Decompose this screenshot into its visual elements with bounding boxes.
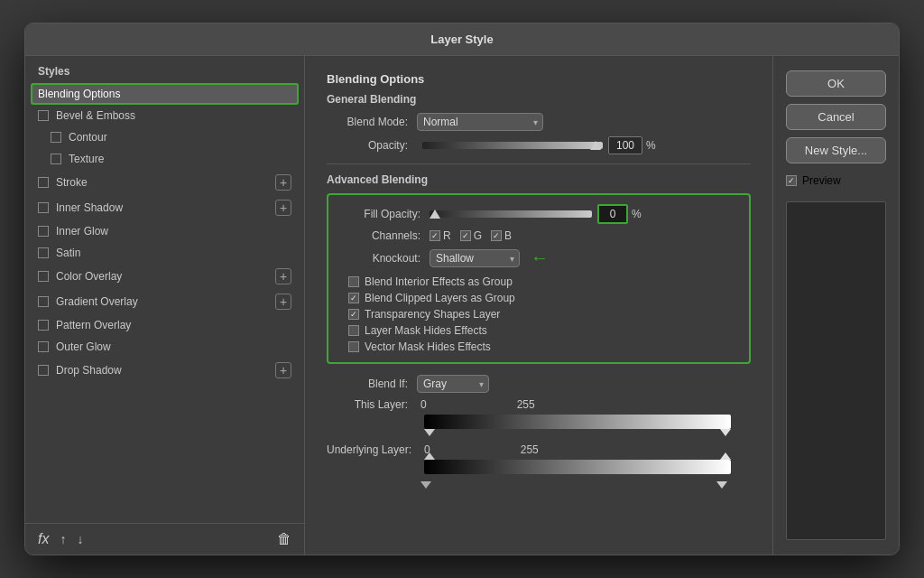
fx-button[interactable]: fx (38, 531, 49, 547)
knockout-label: Knockout: (339, 252, 420, 265)
checkbox-contour[interactable] (51, 132, 61, 143)
new-style-button[interactable]: New Style... (786, 137, 886, 163)
checkbox-blend-clipped[interactable] (348, 293, 359, 303)
opacity-row: Opacity: % (327, 136, 751, 154)
sidebar-item-inner-shadow[interactable]: Inner Shadow + (25, 195, 304, 220)
fill-opacity-slider[interactable] (430, 210, 592, 218)
this-layer-gradient[interactable] (424, 415, 731, 429)
fill-opacity-input[interactable] (597, 204, 628, 224)
underlying-layer-thumb-left[interactable] (424, 452, 435, 460)
sidebar-item-texture[interactable]: Texture (25, 148, 304, 170)
delete-button[interactable]: 🗑 (277, 531, 291, 547)
checkbox-channel-g[interactable] (460, 230, 471, 241)
underlying-layer-thumb-right[interactable] (720, 452, 731, 460)
vector-mask-label: Vector Mask Hides Effects (365, 340, 491, 353)
checkbox-color-overlay[interactable] (38, 271, 49, 282)
checkbox-pattern-overlay[interactable] (38, 320, 49, 331)
transparency-shapes-label: Transparency Shapes Layer (365, 308, 500, 321)
checkbox-preview[interactable] (786, 175, 797, 186)
section-title: Blending Options (327, 72, 751, 86)
underlying-bottom-thumb-left[interactable] (420, 481, 431, 489)
sidebar-footer: fx ↑ ↓ 🗑 (25, 523, 304, 555)
right-panel: OK Cancel New Style... Preview (772, 56, 899, 555)
underlying-bottom-thumb-right[interactable] (716, 481, 727, 489)
sidebar-item-label: Pattern Overlay (56, 319, 131, 331)
fill-slider-thumb (430, 210, 440, 219)
this-layer-label: This Layer: (327, 398, 408, 411)
checkbox-channel-b[interactable] (491, 230, 502, 241)
checkbox-inner-shadow[interactable] (38, 202, 49, 213)
channel-b-label: B (504, 229, 512, 242)
checkbox-inner-glow[interactable] (38, 226, 49, 237)
checkbox-vector-mask[interactable] (348, 341, 359, 352)
blend-if-select[interactable]: Gray Red Green Blue (417, 375, 489, 393)
sidebar-header: Styles (25, 56, 304, 83)
this-layer-thumb-left[interactable] (424, 429, 435, 436)
opacity-slider-thumb (590, 141, 601, 150)
checkbox-layer-mask[interactable] (348, 325, 359, 336)
blend-mode-label: Blend Mode: (327, 116, 408, 128)
move-up-button[interactable]: ↑ (60, 532, 66, 546)
underlying-layer-row: Underlying Layer: 0 255 (327, 443, 751, 456)
blend-interior-label: Blend Interior Effects as Group (365, 275, 513, 288)
sidebar-item-drop-shadow[interactable]: Drop Shadow + (25, 358, 304, 383)
plus-button-inner-shadow[interactable]: + (275, 200, 291, 216)
sidebar-item-contour[interactable]: Contour (25, 126, 304, 148)
divider (327, 163, 751, 164)
sidebar-item-label: Texture (69, 153, 104, 165)
sidebar-item-label: Bevel & Emboss (56, 109, 135, 122)
checkbox-texture[interactable] (51, 154, 61, 164)
checkbox-blend-interior[interactable] (348, 276, 359, 287)
sidebar-item-inner-glow[interactable]: Inner Glow (25, 220, 304, 242)
sidebar: Styles Blending Options Bevel & Emboss C… (25, 56, 305, 555)
sidebar-item-color-overlay[interactable]: Color Overlay + (25, 264, 304, 289)
plus-button-color-overlay[interactable]: + (275, 268, 291, 284)
checkbox-satin[interactable] (38, 247, 49, 258)
blend-clipped-label: Blend Clipped Layers as Group (365, 292, 515, 304)
plus-button-stroke[interactable]: + (275, 174, 291, 191)
channel-check-group: R G B (430, 229, 512, 242)
blend-clipped-option: Blend Clipped Layers as Group (348, 292, 738, 304)
sidebar-item-label: Blending Options (38, 88, 120, 100)
sidebar-item-label: Satin (56, 247, 80, 259)
opacity-slider[interactable] (422, 142, 603, 149)
channels-label: Channels: (339, 229, 420, 242)
blend-if-section: Blend If: Gray Red Green Blue This Layer… (327, 375, 751, 489)
checkbox-bevel-emboss[interactable] (38, 110, 49, 121)
sidebar-item-label: Inner Shadow (56, 201, 123, 214)
knockout-select-wrapper: None Shallow Deep (430, 249, 520, 267)
dialog-body: Styles Blending Options Bevel & Emboss C… (25, 56, 899, 555)
sidebar-item-blending-options[interactable]: Blending Options (31, 83, 299, 105)
transparency-shapes-option: Transparency Shapes Layer (348, 308, 738, 321)
blend-mode-select-wrapper: Normal Dissolve Multiply Screen Overlay (417, 113, 543, 131)
channel-b-item: B (491, 229, 512, 242)
underlying-layer-gradient[interactable] (424, 460, 731, 474)
checkbox-drop-shadow[interactable] (38, 365, 49, 376)
sidebar-item-outer-glow[interactable]: Outer Glow (25, 336, 304, 358)
checkbox-gradient-overlay[interactable] (38, 296, 49, 307)
checkbox-stroke[interactable] (38, 177, 49, 188)
cancel-button[interactable]: Cancel (786, 104, 886, 130)
general-blending-label: General Blending (327, 93, 751, 106)
channel-g-label: G (474, 229, 482, 242)
plus-button-drop-shadow[interactable]: + (275, 362, 291, 378)
channels-row: Channels: R G B (339, 229, 738, 242)
sidebar-item-gradient-overlay[interactable]: Gradient Overlay + (25, 289, 304, 314)
knockout-select[interactable]: None Shallow Deep (430, 249, 520, 267)
advanced-blending-label: Advanced Blending (327, 173, 751, 186)
sidebar-item-satin[interactable]: Satin (25, 242, 304, 264)
sidebar-item-stroke[interactable]: Stroke + (25, 170, 304, 195)
move-down-button[interactable]: ↓ (77, 532, 83, 546)
checkbox-transparency-shapes[interactable] (348, 309, 359, 320)
opacity-input[interactable] (608, 136, 642, 154)
checkbox-channel-r[interactable] (430, 230, 440, 241)
ok-button[interactable]: OK (786, 70, 886, 97)
sidebar-item-pattern-overlay[interactable]: Pattern Overlay (25, 314, 304, 336)
channel-r-item: R (430, 229, 451, 242)
checkbox-outer-glow[interactable] (38, 341, 49, 352)
this-layer-thumb-right[interactable] (720, 429, 731, 436)
blend-mode-select[interactable]: Normal Dissolve Multiply Screen Overlay (417, 113, 543, 131)
preview-label: Preview (802, 174, 841, 187)
plus-button-gradient-overlay[interactable]: + (275, 294, 291, 310)
sidebar-item-bevel-emboss[interactable]: Bevel & Emboss (25, 105, 304, 126)
